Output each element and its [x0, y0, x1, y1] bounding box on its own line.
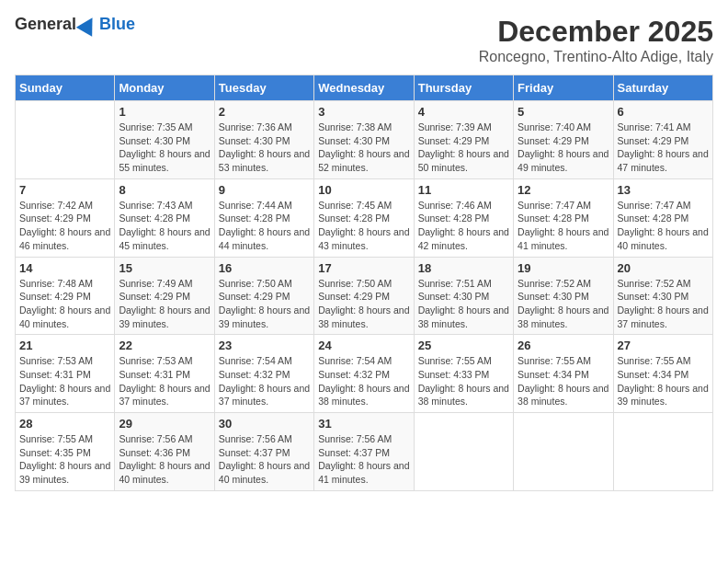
day-cell: 31 Sunrise: 7:56 AM Sunset: 4:37 PM Dayl…	[314, 413, 414, 491]
day-info: Sunrise: 7:45 AM Sunset: 4:28 PM Dayligh…	[318, 199, 409, 253]
column-header-tuesday: Tuesday	[214, 75, 313, 101]
day-number: 29	[119, 417, 210, 431]
day-info: Sunrise: 7:54 AM Sunset: 4:32 PM Dayligh…	[219, 354, 310, 408]
day-info: Sunrise: 7:52 AM Sunset: 4:30 PM Dayligh…	[618, 277, 709, 331]
day-info: Sunrise: 7:35 AM Sunset: 4:30 PM Dayligh…	[119, 121, 210, 175]
day-number: 30	[219, 417, 310, 431]
day-number: 8	[119, 183, 210, 197]
day-info: Sunrise: 7:50 AM Sunset: 4:29 PM Dayligh…	[318, 277, 409, 331]
day-info: Sunrise: 7:47 AM Sunset: 4:28 PM Dayligh…	[618, 199, 709, 253]
logo-blue-text: Blue	[99, 15, 135, 34]
column-header-wednesday: Wednesday	[314, 75, 414, 101]
day-cell: 21 Sunrise: 7:53 AM Sunset: 4:31 PM Dayl…	[16, 335, 115, 413]
day-info: Sunrise: 7:55 AM Sunset: 4:33 PM Dayligh…	[418, 354, 509, 408]
day-number: 23	[219, 339, 310, 352]
day-cell: 8 Sunrise: 7:43 AM Sunset: 4:28 PM Dayli…	[115, 178, 214, 257]
day-cell: 19 Sunrise: 7:52 AM Sunset: 4:30 PM Dayl…	[514, 257, 613, 335]
day-number: 11	[418, 183, 509, 197]
day-number: 26	[518, 339, 609, 352]
day-info: Sunrise: 7:53 AM Sunset: 4:31 PM Dayligh…	[119, 354, 210, 408]
day-number: 1	[119, 105, 210, 119]
day-info: Sunrise: 7:43 AM Sunset: 4:28 PM Dayligh…	[119, 199, 210, 253]
header-row: SundayMondayTuesdayWednesdayThursdayFrid…	[16, 75, 713, 101]
day-number: 17	[318, 261, 409, 275]
column-header-monday: Monday	[115, 75, 214, 101]
day-cell: 30 Sunrise: 7:56 AM Sunset: 4:37 PM Dayl…	[214, 413, 313, 491]
day-info: Sunrise: 7:54 AM Sunset: 4:32 PM Dayligh…	[318, 354, 409, 408]
day-number: 5	[518, 105, 609, 119]
day-cell	[414, 413, 513, 491]
day-cell: 10 Sunrise: 7:45 AM Sunset: 4:28 PM Dayl…	[314, 178, 414, 257]
day-cell: 3 Sunrise: 7:38 AM Sunset: 4:30 PM Dayli…	[314, 101, 414, 179]
day-info: Sunrise: 7:40 AM Sunset: 4:29 PM Dayligh…	[518, 121, 609, 175]
day-info: Sunrise: 7:49 AM Sunset: 4:29 PM Dayligh…	[119, 277, 210, 331]
day-number: 14	[19, 261, 110, 275]
day-cell: 28 Sunrise: 7:55 AM Sunset: 4:35 PM Dayl…	[16, 413, 115, 491]
day-number: 10	[318, 183, 409, 197]
calendar-table: SundayMondayTuesdayWednesdayThursdayFrid…	[15, 75, 713, 491]
day-info: Sunrise: 7:55 AM Sunset: 4:34 PM Dayligh…	[618, 354, 709, 408]
day-cell	[613, 413, 712, 491]
day-number: 12	[518, 183, 609, 197]
column-header-friday: Friday	[514, 75, 613, 101]
day-number: 25	[418, 339, 509, 352]
column-header-thursday: Thursday	[414, 75, 513, 101]
week-row-3: 14 Sunrise: 7:48 AM Sunset: 4:29 PM Dayl…	[16, 257, 713, 335]
day-info: Sunrise: 7:55 AM Sunset: 4:34 PM Dayligh…	[518, 354, 609, 408]
logo: General Blue	[15, 15, 135, 34]
day-info: Sunrise: 7:44 AM Sunset: 4:28 PM Dayligh…	[219, 199, 310, 253]
day-cell: 24 Sunrise: 7:54 AM Sunset: 4:32 PM Dayl…	[314, 335, 414, 413]
day-cell: 25 Sunrise: 7:55 AM Sunset: 4:33 PM Dayl…	[414, 335, 513, 413]
day-cell: 23 Sunrise: 7:54 AM Sunset: 4:32 PM Dayl…	[214, 335, 313, 413]
day-cell: 20 Sunrise: 7:52 AM Sunset: 4:30 PM Dayl…	[613, 257, 712, 335]
column-header-saturday: Saturday	[613, 75, 712, 101]
day-cell: 14 Sunrise: 7:48 AM Sunset: 4:29 PM Dayl…	[16, 257, 115, 335]
day-number: 22	[119, 339, 210, 352]
day-info: Sunrise: 7:55 AM Sunset: 4:35 PM Dayligh…	[19, 432, 110, 487]
day-info: Sunrise: 7:50 AM Sunset: 4:29 PM Dayligh…	[219, 277, 310, 331]
day-number: 27	[618, 339, 709, 352]
day-number: 7	[19, 183, 110, 197]
day-cell: 16 Sunrise: 7:50 AM Sunset: 4:29 PM Dayl…	[214, 257, 313, 335]
day-cell: 13 Sunrise: 7:47 AM Sunset: 4:28 PM Dayl…	[613, 178, 712, 257]
day-cell: 4 Sunrise: 7:39 AM Sunset: 4:29 PM Dayli…	[414, 101, 513, 179]
day-info: Sunrise: 7:56 AM Sunset: 4:36 PM Dayligh…	[119, 432, 210, 487]
page-header: General Blue December 2025 Roncegno, Tre…	[15, 15, 713, 65]
day-number: 15	[119, 261, 210, 275]
day-cell	[16, 101, 115, 179]
day-info: Sunrise: 7:41 AM Sunset: 4:29 PM Dayligh…	[618, 121, 709, 175]
title-block: December 2025 Roncegno, Trentino-Alto Ad…	[479, 15, 713, 65]
day-info: Sunrise: 7:52 AM Sunset: 4:30 PM Dayligh…	[518, 277, 609, 331]
logo-triangle-icon	[76, 13, 100, 37]
day-cell: 29 Sunrise: 7:56 AM Sunset: 4:36 PM Dayl…	[115, 413, 214, 491]
day-info: Sunrise: 7:56 AM Sunset: 4:37 PM Dayligh…	[219, 432, 310, 487]
day-number: 18	[418, 261, 509, 275]
page-subtitle: Roncegno, Trentino-Alto Adige, Italy	[479, 49, 713, 65]
day-number: 6	[618, 105, 709, 119]
column-header-sunday: Sunday	[16, 75, 115, 101]
day-info: Sunrise: 7:48 AM Sunset: 4:29 PM Dayligh…	[19, 277, 110, 331]
day-cell: 26 Sunrise: 7:55 AM Sunset: 4:34 PM Dayl…	[514, 335, 613, 413]
day-cell: 22 Sunrise: 7:53 AM Sunset: 4:31 PM Dayl…	[115, 335, 214, 413]
day-info: Sunrise: 7:47 AM Sunset: 4:28 PM Dayligh…	[518, 199, 609, 253]
day-number: 28	[19, 417, 110, 431]
day-number: 4	[418, 105, 509, 119]
day-number: 19	[518, 261, 609, 275]
week-row-5: 28 Sunrise: 7:55 AM Sunset: 4:35 PM Dayl…	[16, 413, 713, 491]
day-info: Sunrise: 7:39 AM Sunset: 4:29 PM Dayligh…	[418, 121, 509, 175]
day-cell	[514, 413, 613, 491]
day-number: 9	[219, 183, 310, 197]
day-cell: 1 Sunrise: 7:35 AM Sunset: 4:30 PM Dayli…	[115, 101, 214, 179]
page-title: December 2025	[479, 15, 713, 49]
day-number: 2	[219, 105, 310, 119]
day-cell: 18 Sunrise: 7:51 AM Sunset: 4:30 PM Dayl…	[414, 257, 513, 335]
day-number: 16	[219, 261, 310, 275]
day-info: Sunrise: 7:46 AM Sunset: 4:28 PM Dayligh…	[418, 199, 509, 253]
day-number: 31	[318, 417, 409, 431]
day-cell: 6 Sunrise: 7:41 AM Sunset: 4:29 PM Dayli…	[613, 101, 712, 179]
logo-general-text: General	[15, 15, 76, 34]
day-cell: 9 Sunrise: 7:44 AM Sunset: 4:28 PM Dayli…	[214, 178, 313, 257]
day-number: 20	[618, 261, 709, 275]
day-cell: 2 Sunrise: 7:36 AM Sunset: 4:30 PM Dayli…	[214, 101, 313, 179]
week-row-4: 21 Sunrise: 7:53 AM Sunset: 4:31 PM Dayl…	[16, 335, 713, 413]
